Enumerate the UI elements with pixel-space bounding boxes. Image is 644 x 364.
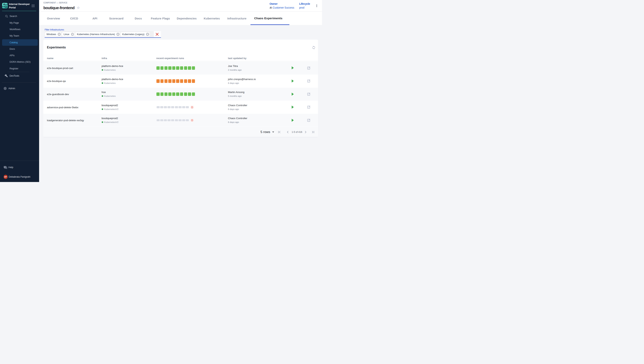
svg-text:?: ? [5,166,6,168]
